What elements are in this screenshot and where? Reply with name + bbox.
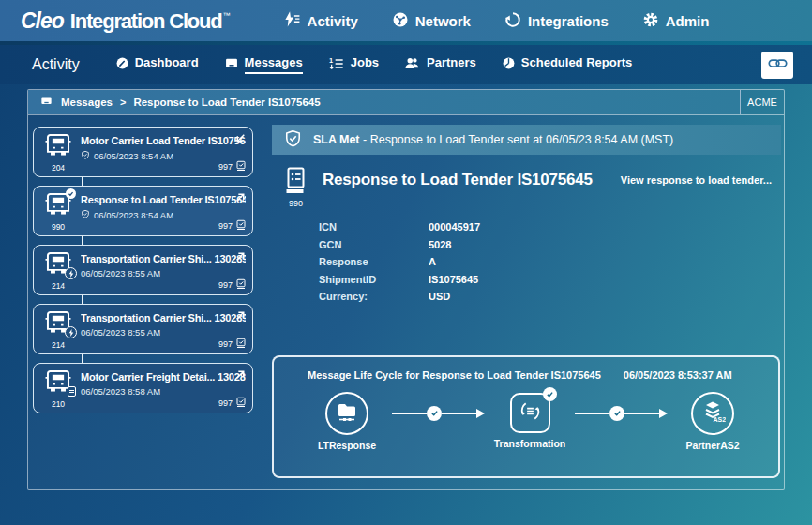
sla-shield-check-icon bbox=[284, 129, 302, 151]
card-connector-line bbox=[82, 177, 83, 186]
message-card-214-a[interactable]: 214 Transportation Carrier Shi... 130289… bbox=[33, 245, 253, 295]
message-card-204[interactable]: 204 Motor Carrier Load Tender IS1075645 … bbox=[33, 127, 253, 177]
field-row-gcn: GCN 5028 bbox=[319, 236, 781, 254]
activity-icon bbox=[283, 10, 301, 31]
lifecycle-flow: LTResponse bbox=[308, 392, 752, 451]
message-card-990[interactable]: 990 Response to Load Tender IS1075645 06… bbox=[33, 186, 253, 236]
edi-document-icon bbox=[283, 167, 308, 197]
detail-title: Response to Load Tender IS1075645 bbox=[323, 171, 593, 189]
view-response-link[interactable]: View response to load tender... bbox=[621, 174, 772, 186]
field-label: ICN bbox=[319, 221, 429, 232]
field-row-icn: ICN 000045917 bbox=[319, 218, 781, 236]
lifecycle-node-partneras2[interactable]: AS2 PartnerAS2 bbox=[675, 392, 750, 451]
tab-label: Jobs bbox=[351, 55, 379, 74]
message-detail-panel: SLA Met - Response to Load Tender sent a… bbox=[262, 115, 784, 489]
detail-fields: ICN 000045917 GCN 5028 Response A Shipme… bbox=[272, 218, 781, 306]
folder-icon bbox=[335, 399, 359, 428]
truck-icon bbox=[44, 132, 72, 158]
arrowhead-icon bbox=[476, 409, 485, 418]
gear-icon bbox=[642, 11, 659, 31]
breadcrumb: Messages > Response to Load Tender IS107… bbox=[28, 90, 741, 114]
sla-status: SLA Met bbox=[313, 133, 360, 146]
lifecycle-timestamp: 06/05/2023 8:53:37 AM bbox=[624, 369, 732, 381]
ack-code: 997 bbox=[218, 221, 233, 231]
cleo-logo[interactable]: Cleo Integration Cloud ™ bbox=[21, 8, 231, 34]
ack-code: 997 bbox=[218, 398, 233, 408]
tabs: Dashboard Messages 1 Jobs Partners Sched… bbox=[115, 55, 633, 74]
tab-label: Partners bbox=[427, 55, 476, 74]
ack-doc-check-icon bbox=[235, 219, 247, 232]
lifecycle-step-label: Transformation bbox=[494, 438, 565, 449]
page-background: Messages > Response to Load Tender IS107… bbox=[0, 84, 812, 525]
tab-jobs[interactable]: 1 Jobs bbox=[328, 55, 379, 74]
integrations-icon bbox=[504, 11, 521, 31]
tab-scheduled-reports[interactable]: Scheduled Reports bbox=[502, 55, 632, 74]
breadcrumb-current: Response to Load Tender IS1075645 bbox=[133, 97, 320, 108]
ack-doc-check-icon bbox=[235, 397, 247, 410]
outbound-arrow-icon bbox=[234, 308, 247, 325]
doc-type-badge: 214 bbox=[52, 281, 65, 291]
message-timestamp: 06/05/2023 8:54 AM bbox=[94, 151, 173, 161]
tab-label: Scheduled Reports bbox=[521, 55, 632, 74]
messages-monitor-icon bbox=[224, 56, 239, 73]
message-card-214-b[interactable]: 214 Transportation Carrier Shi... 130289… bbox=[33, 304, 253, 354]
inbound-arrow-icon bbox=[234, 131, 247, 148]
account-badge[interactable]: ACME bbox=[741, 90, 784, 114]
link-chain-icon bbox=[768, 56, 788, 74]
tab-partners[interactable]: Partners bbox=[404, 55, 476, 74]
jobs-numbered-list-icon: 1 bbox=[328, 56, 345, 74]
top-nav-network[interactable]: Network bbox=[392, 10, 471, 31]
lifecycle-node-transformation[interactable]: Transformation bbox=[492, 392, 567, 449]
top-nav-activity[interactable]: Activity bbox=[283, 10, 358, 31]
check-icon bbox=[427, 406, 442, 421]
logo-primary: Cleo bbox=[21, 8, 64, 34]
detail-doc-type: 990 bbox=[289, 199, 303, 208]
field-label: GCN bbox=[319, 239, 429, 250]
copy-link-button[interactable] bbox=[761, 52, 793, 79]
top-nav-label: Network bbox=[415, 13, 471, 29]
top-nav: Activity Network Integrations Admin bbox=[283, 10, 710, 31]
top-nav-label: Integrations bbox=[528, 13, 609, 29]
sla-shield-icon bbox=[81, 209, 90, 221]
field-row-response: Response A bbox=[319, 253, 781, 271]
field-label: Currency: bbox=[319, 291, 429, 302]
lifecycle-node-ltresponse[interactable]: LTResponse bbox=[309, 392, 384, 451]
breadcrumb-separator: > bbox=[120, 97, 126, 108]
content-container: Messages > Response to Load Tender IS107… bbox=[27, 89, 785, 490]
ack-doc-check-icon bbox=[235, 278, 247, 292]
sla-banner: SLA Met - Response to Load Tender sent a… bbox=[272, 125, 781, 155]
tab-dashboard[interactable]: Dashboard bbox=[115, 55, 199, 74]
field-value: 5028 bbox=[429, 239, 451, 250]
top-nav-label: Activity bbox=[308, 13, 358, 29]
check-badge-icon bbox=[66, 188, 76, 199]
lifecycle-title: Message Life Cycle for Response to Load … bbox=[308, 369, 601, 381]
message-title: Transportation Carrier Shi... 1302898 bbox=[81, 253, 246, 264]
message-title: Transportation Carrier Shi... 1302898 bbox=[81, 312, 246, 323]
svg-text:AS2: AS2 bbox=[714, 415, 727, 422]
message-title: Motor Carrier Load Tender IS1075645 bbox=[81, 135, 246, 146]
top-nav-integrations[interactable]: Integrations bbox=[504, 10, 609, 31]
status-badge-icon bbox=[65, 326, 77, 338]
top-nav-admin[interactable]: Admin bbox=[642, 10, 710, 31]
message-title: Response to Load Tender IS1075645 bbox=[81, 194, 246, 205]
field-row-shipmentid: ShipmentID IS1075645 bbox=[319, 271, 781, 289]
ack-code: 997 bbox=[218, 339, 233, 349]
field-row-currency: Currency: USD bbox=[319, 288, 781, 306]
top-nav-label: Admin bbox=[666, 13, 710, 29]
sla-message: - Response to Load Tender sent at 06/05/… bbox=[360, 133, 674, 146]
section-label: Activity bbox=[32, 56, 80, 73]
tab-label: Messages bbox=[245, 55, 303, 74]
field-value: 000045917 bbox=[429, 221, 480, 232]
card-connector-line bbox=[82, 295, 83, 304]
breadcrumb-root[interactable]: Messages bbox=[61, 97, 113, 108]
truck-icon bbox=[44, 250, 72, 276]
lifecycle-connector bbox=[567, 406, 675, 421]
field-value: IS1075645 bbox=[429, 274, 478, 285]
detail-header: 990 Response to Load Tender IS1075645 Vi… bbox=[272, 167, 781, 208]
message-card-210[interactable]: 210 Motor Carrier Freight Detai... 13028… bbox=[33, 363, 253, 413]
outbound-arrow-icon bbox=[234, 368, 247, 384]
truck-icon bbox=[44, 309, 72, 335]
card-connector-line bbox=[82, 236, 83, 245]
outbound-arrow-icon bbox=[234, 190, 247, 207]
tab-messages[interactable]: Messages bbox=[224, 55, 303, 74]
